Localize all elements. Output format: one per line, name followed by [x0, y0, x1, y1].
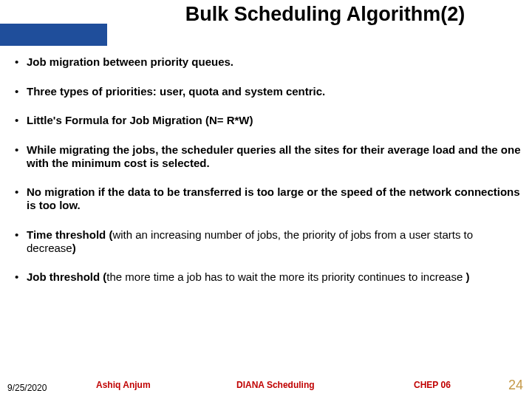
bullet-item: Three types of priorities: user, quota a… [13, 85, 523, 98]
bullet-item: No migration if the data to be transferr… [13, 185, 523, 211]
bullet-text: No migration if the data to be transferr… [27, 185, 520, 211]
title-decor-rect [0, 24, 107, 46]
footer-page-number: 24 [508, 378, 523, 393]
bullet-text-lead: Time threshold ( [27, 228, 112, 241]
bullet-item: Little's Formula for Job Migration (N= R… [13, 114, 523, 127]
bullet-item: Job threshold (the more time a job has t… [13, 270, 523, 284]
bullet-item: While migrating the jobs, the scheduler … [13, 143, 523, 169]
bullet-text-end: ) [466, 270, 469, 283]
bullet-item: Time threshold (with an increasing numbe… [13, 228, 523, 254]
title-bar: Bulk Scheduling Algorithm(2) [0, 0, 532, 46]
bullet-text-end: ) [72, 242, 76, 254]
slide-footer: 9/25/2020 Ashiq Anjum DIANA Scheduling C… [0, 378, 532, 395]
bullet-text: Job migration between priority queues. [27, 55, 233, 68]
footer-project: DIANA Scheduling [236, 380, 315, 390]
bullet-text-paren: the more time a job has to wait the more… [106, 270, 466, 283]
bullet-list: Job migration between priority queues. T… [13, 55, 523, 284]
footer-conference: CHEP 06 [414, 380, 451, 390]
bullet-text: Little's Formula for Job Migration (N= R… [27, 114, 253, 126]
slide-content: Job migration between priority queues. T… [13, 55, 523, 371]
bullet-text: While migrating the jobs, the scheduler … [27, 143, 520, 169]
bullet-item: Job migration between priority queues. [13, 55, 523, 69]
bullet-text-lead: Job threshold ( [27, 270, 106, 283]
footer-date: 9/25/2020 [7, 383, 47, 393]
slide-title: Bulk Scheduling Algorithm(2) [0, 3, 532, 26]
footer-author: Ashiq Anjum [96, 380, 151, 390]
bullet-text: Three types of priorities: user, quota a… [27, 85, 325, 98]
